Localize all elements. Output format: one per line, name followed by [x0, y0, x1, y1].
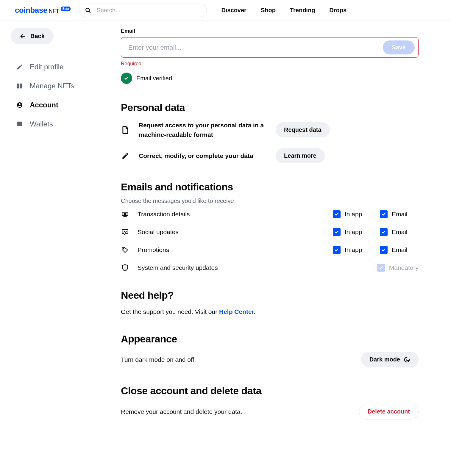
checkbox-email-transaction[interactable] — [380, 210, 388, 218]
moon-icon — [404, 356, 410, 363]
correct-data-text: Correct, modify, or complete your data — [139, 151, 267, 161]
notif-row-promotions: Promotions In app Email — [121, 246, 419, 254]
svg-rect-4 — [20, 84, 22, 86]
search-icon — [85, 7, 91, 13]
learn-more-button[interactable]: Learn more — [276, 148, 325, 163]
request-data-button[interactable]: Request data — [276, 122, 330, 137]
notif-label: Promotions — [138, 246, 324, 253]
sidebar-item-edit-profile[interactable]: Edit profile — [11, 57, 121, 76]
notif-row-social: Social updates In app Email — [121, 228, 419, 236]
close-account-row: Remove your account and delete your data… — [121, 404, 419, 419]
notif-label: Transaction details — [138, 211, 324, 218]
shield-icon — [121, 264, 129, 272]
arrow-left-icon — [20, 33, 26, 40]
sidebar: Back Edit profile Manage NFTs Account Wa… — [11, 28, 121, 419]
checkbox-label-inapp: In app — [345, 228, 362, 236]
top-header: coinbase NFT Beta Discover Shop Trending… — [0, 0, 451, 21]
notif-label: System and security updates — [138, 264, 369, 271]
beta-badge: Beta — [61, 7, 71, 11]
svg-point-7 — [19, 103, 21, 105]
request-data-text: Request access to your personal data in … — [139, 120, 267, 139]
checkbox-label-mandatory: Mandatory — [389, 264, 419, 271]
svg-point-12 — [123, 248, 124, 249]
svg-line-1 — [89, 11, 90, 12]
notifications-heading: Emails and notifications — [121, 181, 419, 193]
nav-trending[interactable]: Trending — [290, 7, 315, 14]
appearance-heading: Appearance — [121, 333, 419, 345]
chat-icon — [121, 228, 129, 236]
personal-data-heading: Personal data — [121, 102, 419, 113]
svg-rect-3 — [17, 84, 19, 89]
nav-drops[interactable]: Drops — [329, 7, 347, 14]
help-text: Get the support you need. Visit our Help… — [121, 308, 419, 315]
checkbox-email-social[interactable] — [380, 228, 388, 236]
sidebar-item-account[interactable]: Account — [11, 95, 121, 115]
back-button[interactable]: Back — [11, 28, 54, 44]
wallet-icon — [16, 120, 23, 128]
email-verified-row: Email verified — [121, 73, 419, 84]
notif-row-transaction: Transaction details In app Email — [121, 210, 419, 218]
svg-rect-10 — [124, 213, 126, 214]
sidebar-item-wallets[interactable]: Wallets — [11, 115, 121, 134]
checkbox-label-inapp: In app — [345, 211, 362, 218]
close-account-heading: Close account and delete data — [121, 385, 419, 397]
main-content: Email Save Required Email verified Perso… — [121, 28, 419, 419]
nav-discover[interactable]: Discover — [221, 7, 246, 14]
back-label: Back — [30, 33, 45, 40]
sidebar-item-manage-nfts[interactable]: Manage NFTs — [11, 76, 121, 95]
checkbox-inapp-transaction[interactable] — [333, 210, 341, 218]
email-error: Required — [121, 61, 419, 67]
receipt-icon — [121, 210, 129, 218]
checkbox-inapp-social[interactable] — [333, 228, 341, 236]
svg-point-0 — [86, 8, 90, 12]
checkbox-label-email: Email — [392, 246, 408, 253]
notifications-sub: Choose the messages you'd like to receiv… — [121, 198, 419, 204]
nav-links: Discover Shop Trending Drops — [221, 7, 347, 14]
check-circle-icon — [121, 73, 132, 84]
close-account-text: Remove your account and delete your data… — [121, 408, 242, 415]
email-verified-text: Email verified — [136, 75, 172, 82]
checkbox-label-inapp: In app — [345, 246, 362, 253]
svg-rect-5 — [20, 86, 22, 88]
logo-main: coinbase — [15, 6, 47, 15]
checkbox-inapp-promotions[interactable] — [333, 246, 341, 254]
grid-icon — [16, 82, 23, 90]
help-heading: Need help? — [121, 289, 419, 301]
checkbox-mandatory-system — [377, 264, 385, 272]
search-input[interactable] — [96, 7, 201, 14]
logo[interactable]: coinbase NFT Beta — [15, 6, 71, 15]
help-center-link[interactable]: Help Center. — [219, 308, 256, 315]
notif-row-system: System and security updates Mandatory — [121, 264, 419, 272]
sidebar-item-label: Manage NFTs — [30, 82, 74, 90]
sidebar-item-label: Edit profile — [30, 63, 63, 71]
email-input[interactable] — [128, 44, 380, 51]
request-data-row: Request access to your personal data in … — [121, 120, 419, 139]
save-email-button[interactable]: Save — [383, 40, 415, 54]
logo-nft: NFT — [49, 8, 59, 14]
svg-rect-8 — [17, 123, 22, 126]
pencil-icon — [16, 63, 23, 71]
document-icon — [121, 126, 130, 134]
user-icon — [16, 101, 23, 109]
delete-account-button[interactable]: Delete account — [359, 404, 419, 419]
tag-icon — [121, 246, 129, 254]
checkbox-label-email: Email — [392, 228, 408, 236]
nav-shop[interactable]: Shop — [261, 7, 276, 14]
dark-mode-button[interactable]: Dark mode — [361, 352, 419, 367]
checkbox-email-promotions[interactable] — [380, 246, 388, 254]
search-box[interactable] — [79, 4, 207, 17]
checkbox-label-email: Email — [392, 211, 408, 218]
help-text-prefix: Get the support you need. Visit our — [121, 308, 219, 315]
appearance-row: Turn dark mode on and off. Dark mode — [121, 352, 419, 367]
correct-data-row: Correct, modify, or complete your data L… — [121, 148, 419, 163]
notif-label: Social updates — [138, 228, 324, 236]
dark-mode-label: Dark mode — [369, 356, 400, 363]
email-input-wrapper: Save — [121, 37, 419, 58]
sidebar-item-label: Wallets — [30, 120, 53, 128]
edit-icon — [121, 152, 130, 160]
sidebar-item-label: Account — [30, 101, 58, 109]
appearance-text: Turn dark mode on and off. — [121, 356, 196, 363]
email-label: Email — [121, 28, 419, 34]
